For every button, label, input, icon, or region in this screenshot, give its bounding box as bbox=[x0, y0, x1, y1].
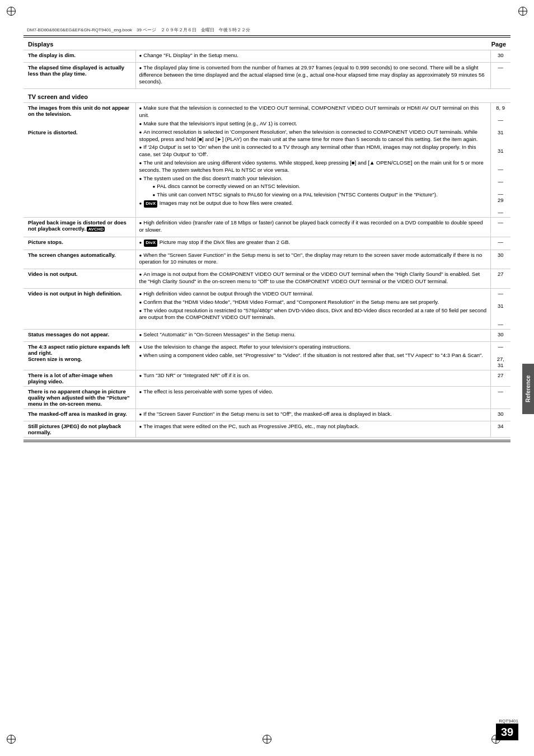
list-item: This unit can convert NTSC signals to PA… bbox=[153, 191, 487, 199]
page-cell: 30 bbox=[490, 250, 510, 269]
list-item: High definition video cannot be output t… bbox=[139, 290, 487, 298]
page-cell: 27 bbox=[490, 370, 510, 386]
page-cell: 30 bbox=[490, 329, 510, 341]
solution-cell: Turn "3D NR" or "Integrated NR" off if i… bbox=[135, 370, 490, 386]
issue-cell: The display is dim. bbox=[24, 50, 135, 63]
list-item: An image is not output from the COMPONEN… bbox=[139, 271, 487, 285]
table-row: Still pictures (JPEG) do not playback no… bbox=[24, 421, 510, 437]
table-row: Video is not output in high definition. … bbox=[24, 288, 510, 329]
page-cell: — bbox=[490, 62, 510, 88]
top-left-corner bbox=[7, 7, 16, 16]
tv-section-header: TV screen and video bbox=[24, 92, 510, 101]
solution-cell: An image is not output from the COMPONEN… bbox=[135, 269, 490, 289]
solution-cell: High definition video (transfer rate of … bbox=[135, 218, 490, 237]
page-number-box: 39 bbox=[496, 724, 518, 740]
table-row: The display is dim. Change "FL Display" … bbox=[24, 50, 510, 63]
bottom-left-corner bbox=[7, 735, 16, 744]
solution-cell: The displayed play time is converted fro… bbox=[135, 62, 490, 88]
content-area: Displays Page The display is dim. Change… bbox=[24, 40, 510, 438]
list-item: Turn "3D NR" or "Integrated NR" off if i… bbox=[139, 372, 487, 379]
solution-cell: Make sure that the television is connect… bbox=[135, 103, 490, 218]
table-row: There is a lot of after-image when playi… bbox=[24, 370, 510, 386]
list-item: The effect is less perceivable with some… bbox=[139, 388, 487, 396]
list-item: High definition video (transfer rate of … bbox=[139, 219, 487, 234]
displays-header: Displays Page bbox=[24, 40, 510, 49]
displays-page-label: Page bbox=[491, 41, 506, 48]
list-item: DivX Picture may stop if the DivX files … bbox=[139, 239, 487, 247]
tv-title: TV screen and video bbox=[28, 93, 88, 100]
table-row: The elapsed time displayed is actually l… bbox=[24, 62, 510, 88]
list-item: When the "Screen Saver Function" in the … bbox=[139, 252, 487, 266]
displays-table: The display is dim. Change "FL Display" … bbox=[24, 50, 510, 89]
page-cell: 34 bbox=[490, 421, 510, 437]
issue-cell: There is no apparent change in picture q… bbox=[24, 386, 135, 408]
issue-cell: There is a lot of after-image when playi… bbox=[24, 370, 135, 386]
page-cell: 30 bbox=[490, 408, 510, 421]
issue-cell: Picture stops. bbox=[24, 237, 135, 250]
list-item: PAL discs cannot be correctly viewed on … bbox=[153, 183, 487, 190]
list-item: The displayed play time is converted fro… bbox=[139, 64, 487, 86]
table-row: Picture stops. DivX Picture may stop if … bbox=[24, 237, 510, 250]
table-row: The 4:3 aspect ratio picture expands lef… bbox=[24, 341, 510, 370]
issue-cell: Still pictures (JPEG) do not playback no… bbox=[24, 421, 135, 437]
page-cell: 8, 9—3131———29— bbox=[490, 103, 510, 218]
list-item: DivX Images may not be output due to how… bbox=[139, 200, 487, 208]
top-right-corner bbox=[518, 7, 527, 16]
list-item: The system used on the disc doesn't matc… bbox=[139, 175, 487, 182]
table-row: The masked-off area is masked in gray. I… bbox=[24, 408, 510, 421]
table-row: There is no apparent change in picture q… bbox=[24, 386, 510, 408]
page: DM7-BD80&60E0&EG&EF&GN-RQT9401_eng.book … bbox=[0, 0, 534, 756]
filepath-text: DM7-BD80&60E0&EG&EF&GN-RQT9401_eng.book … bbox=[27, 27, 250, 33]
table-row: Status messages do not appear. Select "A… bbox=[24, 329, 510, 341]
avchd-badge: AVCHD bbox=[87, 227, 105, 232]
bottom-rule bbox=[24, 440, 510, 440]
page-cell: 30 bbox=[490, 50, 510, 63]
list-item: If the "Screen Saver Function" in the Se… bbox=[139, 411, 487, 418]
issue-cell: Video is not output in high definition. bbox=[24, 288, 135, 329]
list-item: Make sure that the television's input se… bbox=[139, 120, 487, 128]
list-item: Use the television to change the aspect.… bbox=[139, 344, 487, 351]
issue-cell: The masked-off area is masked in gray. bbox=[24, 408, 135, 421]
list-item: Change "FL Display" in the Setup menu. bbox=[139, 52, 487, 59]
page-cell: — bbox=[490, 218, 510, 237]
page-cell: — bbox=[490, 237, 510, 250]
list-item: Select "Automatic" in "On-Screen Message… bbox=[139, 331, 487, 339]
displays-title: Displays bbox=[28, 41, 53, 48]
top-rule bbox=[24, 35, 510, 36]
issue-cell: The images from this unit do not appear … bbox=[24, 103, 135, 218]
solution-cell: Select "Automatic" in "On-Screen Message… bbox=[135, 329, 490, 341]
table-row: The images from this unit do not appear … bbox=[24, 103, 510, 218]
issue-cell: Video is not output. bbox=[24, 269, 135, 289]
issue-cell: The elapsed time displayed is actually l… bbox=[24, 62, 135, 88]
table-row: Video is not output. An image is not out… bbox=[24, 269, 510, 289]
table-row: Played back image is distorted or does n… bbox=[24, 218, 510, 237]
divx-badge: DivX bbox=[144, 200, 157, 208]
solution-cell: When the "Screen Saver Function" in the … bbox=[135, 250, 490, 269]
tv-table: The images from this unit do not appear … bbox=[24, 102, 510, 437]
solution-cell: DivX Picture may stop if the DivX files … bbox=[135, 237, 490, 250]
divx-badge2: DivX bbox=[144, 240, 157, 247]
solution-cell: The effect is less perceivable with some… bbox=[135, 386, 490, 408]
top-rule2 bbox=[24, 37, 510, 37]
issue-cell: The 4:3 aspect ratio picture expands lef… bbox=[24, 341, 135, 370]
list-item: The video output resolution is restricte… bbox=[139, 307, 487, 322]
list-item: Make sure that the television is connect… bbox=[139, 105, 487, 119]
list-item: An incorrect resolution is selected in '… bbox=[139, 129, 487, 143]
page-number: 39 bbox=[496, 724, 518, 740]
list-item: The unit and television are using differ… bbox=[139, 159, 487, 174]
rqt-label: RQT9401 bbox=[499, 719, 518, 724]
list-item: If '24p Output' is set to 'On' when the … bbox=[139, 144, 487, 158]
issue-cell: Status messages do not appear. bbox=[24, 329, 135, 341]
list-item: Confirm that the "HDMI Video Mode", "HDM… bbox=[139, 299, 487, 306]
solution-cell: Use the television to change the aspect.… bbox=[135, 341, 490, 370]
issue-cell: The screen changes automatically. bbox=[24, 250, 135, 269]
solution-cell: High definition video cannot be output t… bbox=[135, 288, 490, 329]
bottom-rule2 bbox=[24, 442, 510, 442]
page-cell: —27, 31 bbox=[490, 341, 510, 370]
list-item: When using a component video cable, set … bbox=[139, 352, 487, 359]
page-cell: — bbox=[490, 386, 510, 408]
reference-tab: Reference bbox=[522, 364, 534, 414]
solution-cell: Change "FL Display" in the Setup menu. bbox=[135, 50, 490, 63]
solution-cell: If the "Screen Saver Function" in the Se… bbox=[135, 408, 490, 421]
list-item: The images that were edited on the PC, s… bbox=[139, 423, 487, 430]
